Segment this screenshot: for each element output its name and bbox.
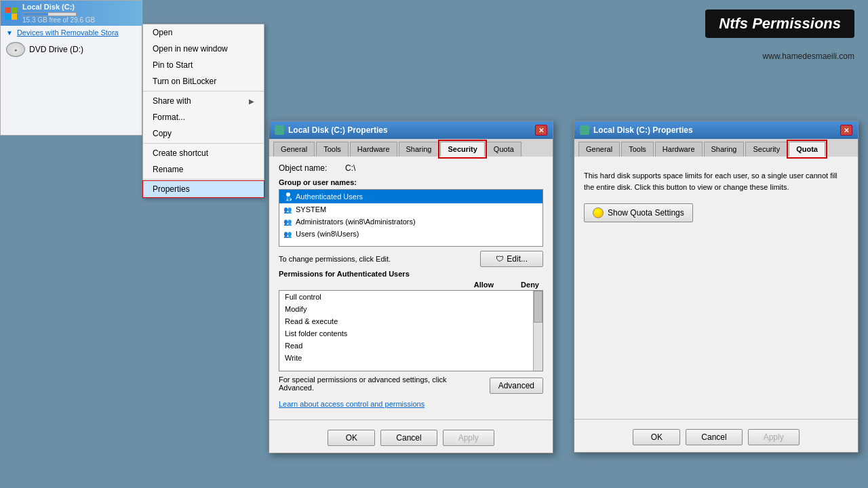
edit-icon: 🛡 (496, 254, 504, 264)
dvd-label: DVD Drive (D:) (29, 45, 83, 54)
brand-box: Ntfs Permissions (705, 9, 854, 38)
quota-icon (593, 207, 604, 218)
deny-header: Deny (521, 281, 539, 289)
user-authenticated[interactable]: 👥 Authenticated Users (279, 190, 542, 203)
quota-info-text: This hard disk supports space limits for… (584, 170, 848, 192)
dialog1-separator (269, 420, 553, 420)
user-administrators[interactable]: 👥 Administrators (win8\Administrators) (279, 216, 542, 228)
context-open[interactable]: Open (143, 24, 264, 41)
permissions-list: Full control Modify Read & execute List … (279, 290, 543, 371)
context-pin-to-start[interactable]: Pin to Start (143, 57, 264, 73)
dialog2-buttons: OK Cancel Apply (574, 424, 858, 452)
object-name-value: C:\ (345, 163, 355, 173)
dialog2-close-btn[interactable]: ✕ (840, 125, 852, 136)
context-create-shortcut[interactable]: Create shortcut (143, 145, 264, 161)
disk-info: 15.3 GB free of 29.6 GB (22, 16, 95, 24)
dialog2-separator (574, 419, 858, 420)
tab-security[interactable]: Security (440, 142, 484, 157)
special-text: For special permissions or advanced sett… (279, 375, 455, 392)
dialog1-apply-btn[interactable]: Apply (443, 430, 494, 446)
dialog1-buttons: OK Cancel Apply (269, 424, 553, 453)
context-bitlocker[interactable]: Turn on BitLocker (143, 73, 264, 89)
user-users[interactable]: 👥 Users (win8\Users) (279, 228, 542, 240)
dialog2-titlebar: Local Disk (C:) Properties ✕ (574, 121, 858, 139)
context-open-new-window[interactable]: Open in new window (143, 41, 264, 57)
disk-bar-fill (23, 13, 48, 16)
tab2-tools[interactable]: Tools (621, 142, 654, 157)
permissions-header: Allow Deny (279, 279, 543, 290)
explorer-sidebar: Local Disk (C:) 15.3 GB free of 29.6 GB … (0, 0, 142, 136)
user-users-icon: 👥 (283, 230, 293, 238)
show-quota-btn[interactable]: Show Quota Settings (584, 203, 693, 222)
dialog1-close-btn[interactable]: ✕ (535, 125, 547, 136)
tab-general[interactable]: General (273, 142, 315, 157)
explorer-header: Local Disk (C:) 15.3 GB free of 29.6 GB (1, 1, 142, 26)
object-name-label: Object name: (279, 163, 340, 173)
dialog2-content: This hard disk supports space limits for… (574, 157, 858, 229)
dialog2-tabs-row: General Tools Hardware Sharing Security … (574, 139, 858, 157)
object-name-row: Object name: C:\ (279, 163, 543, 173)
dialog2-title-icon (580, 125, 589, 135)
dialog2-apply-btn[interactable]: Apply (748, 429, 800, 445)
dvd-drive-item[interactable]: ● DVD Drive (D:) (1, 39, 142, 60)
context-share-with[interactable]: Share with ▶ (143, 93, 264, 109)
tab2-general[interactable]: General (578, 142, 620, 157)
tab2-sharing[interactable]: Sharing (704, 142, 745, 157)
user-authenticated-icon: 👥 (283, 192, 293, 201)
svg-text:👥: 👥 (283, 195, 292, 201)
user-admin-label: Administrators (win8\Administrators) (296, 218, 416, 226)
perms-scrollbar[interactable] (533, 291, 542, 371)
dialog2: Local Disk (C:) Properties ✕ General Too… (574, 121, 859, 453)
dvd-icon: ● (6, 42, 25, 57)
change-perm-text: To change permissions, click Edit. (279, 255, 391, 263)
tab-quota[interactable]: Quota (486, 142, 521, 157)
perm-write: Write (279, 352, 542, 364)
perm-read-execute: Read & execute (279, 315, 542, 327)
user-system-icon: 👥 (283, 206, 293, 214)
dialog1: Local Disk (C:) Properties ✕ General Too… (269, 121, 553, 453)
learn-link[interactable]: Learn about access control and permissio… (279, 400, 425, 408)
context-separator-2 (143, 143, 264, 144)
perm-list-folder: List folder contents (279, 327, 542, 340)
share-arrow-icon: ▶ (249, 98, 254, 105)
perm-read: Read (279, 340, 542, 352)
edit-button[interactable]: 🛡 Edit... (480, 251, 543, 267)
dialog1-titlebar: Local Disk (C:) Properties ✕ (269, 121, 553, 139)
context-separator-3 (143, 179, 264, 180)
group-users-label: Group or user names: (279, 178, 543, 186)
perm-modify: Modify (279, 303, 542, 315)
dialog2-ok-btn[interactable]: OK (633, 429, 680, 445)
tab-tools[interactable]: Tools (316, 142, 349, 157)
users-listbox[interactable]: 👥 Authenticated Users 👥 SYSTEM 👥 Adminis… (279, 189, 543, 247)
user-admin-icon: 👥 (283, 218, 293, 226)
dialog2-title: Local Disk (C:) Properties (593, 125, 693, 135)
edit-btn-label: Edit... (507, 254, 528, 264)
context-separator-1 (143, 91, 264, 92)
dialog1-title-icon (275, 125, 284, 135)
context-menu: Open Open in new window Pin to Start Tur… (142, 24, 264, 198)
show-quota-label: Show Quota Settings (608, 208, 684, 218)
dialog1-content: Object name: C:\ Group or user names: 👥 … (269, 157, 553, 415)
perms-scrollbar-thumb (534, 291, 542, 323)
context-rename[interactable]: Rename (143, 161, 264, 178)
brand-website: www.hamedesmaeili.com (763, 52, 854, 61)
allow-header: Allow (474, 281, 494, 289)
dialog2-cancel-btn[interactable]: Cancel (686, 429, 742, 445)
tab-hardware[interactable]: Hardware (350, 142, 397, 157)
advanced-button[interactable]: Advanced (490, 378, 543, 394)
tab2-quota[interactable]: Quota (789, 142, 825, 157)
user-system[interactable]: 👥 SYSTEM (279, 203, 542, 216)
dialog1-cancel-btn[interactable]: Cancel (380, 430, 437, 446)
tab-sharing[interactable]: Sharing (399, 142, 439, 157)
user-users-label: Users (win8\Users) (296, 230, 359, 238)
perm-full-control: Full control (279, 291, 542, 303)
context-format[interactable]: Format... (143, 109, 264, 125)
tab2-security[interactable]: Security (745, 142, 787, 157)
windows-logo-icon (5, 7, 17, 20)
context-properties[interactable]: Properties (143, 181, 264, 197)
dialog1-ok-btn[interactable]: OK (328, 430, 375, 446)
user-authenticated-label: Authenticated Users (296, 192, 363, 201)
context-copy[interactable]: Copy (143, 125, 264, 142)
tab2-hardware[interactable]: Hardware (655, 142, 703, 157)
user-system-label: SYSTEM (296, 205, 326, 214)
